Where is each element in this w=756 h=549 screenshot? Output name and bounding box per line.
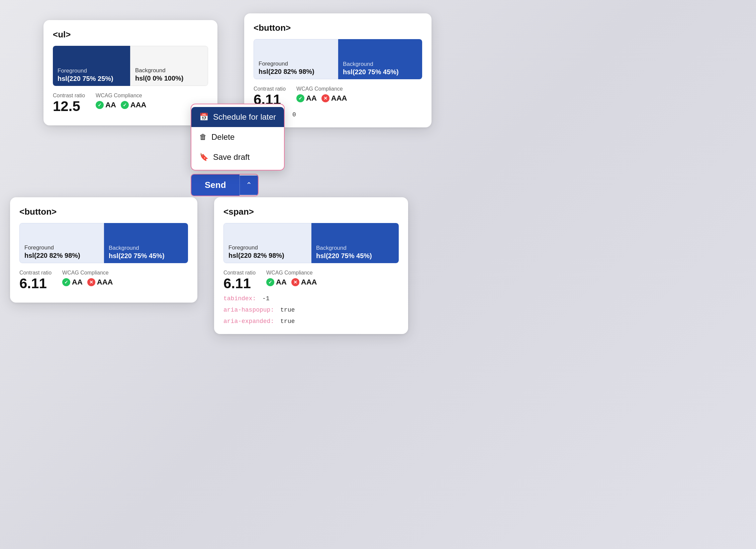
color-swatches-ul: Foreground hsl(220 75% 25%) Background h… bbox=[53, 46, 208, 86]
swatch-foreground-ul: Foreground hsl(220 75% 25%) bbox=[53, 46, 130, 86]
contrast-label-span: Contrast ratio bbox=[223, 270, 256, 276]
swatch-bg-label-span: Background bbox=[316, 245, 394, 251]
badge-aa-icon-span: ✓ bbox=[266, 278, 274, 286]
contrast-label-ul: Contrast ratio bbox=[53, 93, 85, 99]
wcag-label-btn-top: WCAG Compliance bbox=[296, 86, 347, 92]
card-tag-button-bl: <button> bbox=[19, 207, 188, 217]
badge-aa-btn-bl: ✓ AA bbox=[62, 278, 83, 287]
send-button[interactable]: Send bbox=[191, 175, 240, 196]
badge-aa-icon-btn-top: ✓ bbox=[296, 94, 304, 102]
attr-name-expanded: aria-expanded: bbox=[223, 318, 274, 325]
swatch-fg-btn-bl: Foreground hsl(220 82% 98%) bbox=[19, 223, 104, 263]
dropdown-item-delete[interactable]: 🗑 Delete bbox=[191, 127, 284, 147]
badge-aaa-icon-btn-top: ✕ bbox=[321, 94, 329, 102]
wcag-block-span: WCAG Compliance ✓ AA ✕ AAA bbox=[266, 270, 317, 287]
swatch-bg-label-ul: Background bbox=[135, 67, 203, 74]
swatch-bg-button-top: Background hsl(220 75% 45%) bbox=[338, 39, 422, 79]
calendar-icon: 📅 bbox=[199, 113, 208, 121]
badge-aaa-btn-top: ✕ AAA bbox=[321, 94, 347, 103]
badge-aa-ul: ✓ AA bbox=[96, 101, 116, 109]
badge-aa-icon-btn-bl: ✓ bbox=[62, 278, 70, 286]
dropdown-delete-label: Delete bbox=[211, 132, 234, 142]
swatch-fg-value-btn-top: hsl(220 82% 98%) bbox=[259, 68, 333, 76]
wcag-block-btn-top: WCAG Compliance ✓ AA ✕ AAA bbox=[296, 86, 347, 103]
contrast-label-btn-bl: Contrast ratio bbox=[19, 270, 52, 276]
contrast-block-span: Contrast ratio 6.11 bbox=[223, 270, 256, 291]
attr-value-expanded: true bbox=[280, 318, 295, 325]
wcag-badges-span: ✓ AA ✕ AAA bbox=[266, 278, 317, 287]
badge-aaa-icon-span: ✕ bbox=[291, 278, 299, 286]
wcag-label-ul: WCAG Compliance bbox=[96, 93, 146, 99]
dropdown-item-schedule[interactable]: 📅 Schedule for later bbox=[191, 107, 284, 127]
swatch-fg-button-top: Foreground hsl(220 82% 98%) bbox=[254, 39, 338, 79]
swatch-bg-value-ul: hsl(0 0% 100%) bbox=[135, 75, 203, 82]
wcag-block-ul: WCAG Compliance ✓ AA ✓ AAA bbox=[96, 93, 146, 109]
metrics-ul: Contrast ratio 12.5 WCAG Compliance ✓ AA… bbox=[53, 93, 208, 113]
swatch-fg-label-btn-bl: Foreground bbox=[24, 244, 99, 251]
dropdown-item-save-draft[interactable]: 🔖 Save draft bbox=[191, 147, 284, 167]
badge-aa-span: ✓ AA bbox=[266, 278, 287, 287]
swatch-fg-value-ul: hsl(220 75% 25%) bbox=[58, 75, 125, 83]
attr-row-expanded-span: aria-expanded: true bbox=[223, 318, 399, 325]
swatch-fg-label-ul: Foreground bbox=[58, 68, 125, 74]
wcag-block-btn-bl: WCAG Compliance ✓ AA ✕ AAA bbox=[62, 270, 113, 287]
attr-row-tabindex-span: tabindex: -1 bbox=[223, 295, 399, 302]
metrics-span: Contrast ratio 6.11 WCAG Compliance ✓ AA… bbox=[223, 270, 399, 291]
attr-row-haspopup-span: aria-haspopup: true bbox=[223, 307, 399, 313]
swatch-fg-span: Foreground hsl(220 82% 98%) bbox=[223, 223, 311, 263]
card-tag-button-top: <button> bbox=[254, 23, 422, 33]
card-tag-span: <span> bbox=[223, 207, 399, 217]
dropdown-menu[interactable]: 📅 Schedule for later 🗑 Delete 🔖 Save dra… bbox=[191, 104, 285, 171]
metrics-btn-bl: Contrast ratio 6.11 WCAG Compliance ✓ AA… bbox=[19, 270, 188, 291]
dropdown-schedule-label: Schedule for later bbox=[213, 112, 276, 122]
attr-value-tabindex: 0 bbox=[292, 111, 296, 118]
wcag-label-span: WCAG Compliance bbox=[266, 270, 317, 276]
send-button-group[interactable]: Send ⌃ bbox=[191, 174, 259, 196]
badge-aa-icon-ul: ✓ bbox=[96, 101, 104, 109]
swatch-fg-value-span: hsl(220 82% 98%) bbox=[228, 252, 306, 259]
badge-aaa-ul: ✓ AAA bbox=[121, 101, 147, 109]
card-tag-ul: <ul> bbox=[53, 29, 208, 40]
attr-name-haspopup: aria-haspopup: bbox=[223, 307, 274, 313]
swatch-bg-btn-bl: Background hsl(220 75% 45%) bbox=[104, 223, 188, 263]
badge-aaa-icon-ul: ✓ bbox=[121, 101, 129, 109]
color-swatches-button-top: Foreground hsl(220 82% 98%) Background h… bbox=[254, 39, 422, 79]
swatch-bg-label-btn-bl: Background bbox=[109, 245, 183, 251]
wcag-badges-btn-bl: ✓ AA ✕ AAA bbox=[62, 278, 113, 287]
wcag-badges-ul: ✓ AA ✓ AAA bbox=[96, 101, 146, 109]
swatch-fg-label-span: Foreground bbox=[228, 244, 306, 251]
attr-value-tabindex-span: -1 bbox=[262, 295, 270, 302]
swatch-bg-span: Background hsl(220 75% 45%) bbox=[311, 223, 399, 263]
badge-aa-btn-top: ✓ AA bbox=[296, 94, 317, 103]
contrast-block-ul: Contrast ratio 12.5 bbox=[53, 93, 85, 113]
badge-aaa-icon-btn-bl: ✕ bbox=[87, 278, 95, 286]
contrast-label-btn-top: Contrast ratio bbox=[254, 86, 286, 92]
card-button-bottom-left: <button> Foreground hsl(220 82% 98%) Bac… bbox=[10, 197, 197, 303]
swatch-bg-value-btn-top: hsl(220 75% 45%) bbox=[343, 68, 417, 76]
contrast-value-btn-bl: 6.11 bbox=[19, 277, 52, 291]
swatch-bg-label-btn-top: Background bbox=[343, 61, 417, 68]
bookmark-icon: 🔖 bbox=[199, 153, 208, 161]
card-span: <span> Foreground hsl(220 82% 98%) Backg… bbox=[214, 197, 408, 334]
attr-value-haspopup: true bbox=[280, 307, 295, 313]
send-chevron-button[interactable]: ⌃ bbox=[240, 176, 258, 195]
color-swatches-span: Foreground hsl(220 82% 98%) Background h… bbox=[223, 223, 399, 263]
wcag-badges-btn-top: ✓ AA ✕ AAA bbox=[296, 94, 347, 103]
trash-icon: 🗑 bbox=[199, 133, 207, 141]
swatch-fg-label-btn-top: Foreground bbox=[259, 61, 333, 67]
contrast-value-span: 6.11 bbox=[223, 277, 256, 291]
attr-name-tabindex-span: tabindex: bbox=[223, 295, 256, 302]
contrast-value-ul: 12.5 bbox=[53, 99, 85, 113]
swatch-fg-value-btn-bl: hsl(220 82% 98%) bbox=[24, 252, 99, 259]
dropdown-save-draft-label: Save draft bbox=[213, 152, 250, 162]
contrast-block-btn-bl: Contrast ratio 6.11 bbox=[19, 270, 52, 291]
swatch-bg-value-btn-bl: hsl(220 75% 45%) bbox=[109, 252, 183, 260]
wcag-label-btn-bl: WCAG Compliance bbox=[62, 270, 113, 276]
color-swatches-btn-bl: Foreground hsl(220 82% 98%) Background h… bbox=[19, 223, 188, 263]
badge-aaa-span: ✕ AAA bbox=[291, 278, 317, 287]
swatch-background-ul: Background hsl(0 0% 100%) bbox=[130, 46, 208, 86]
badge-aaa-btn-bl: ✕ AAA bbox=[87, 278, 113, 287]
swatch-bg-value-span: hsl(220 75% 45%) bbox=[316, 252, 394, 260]
